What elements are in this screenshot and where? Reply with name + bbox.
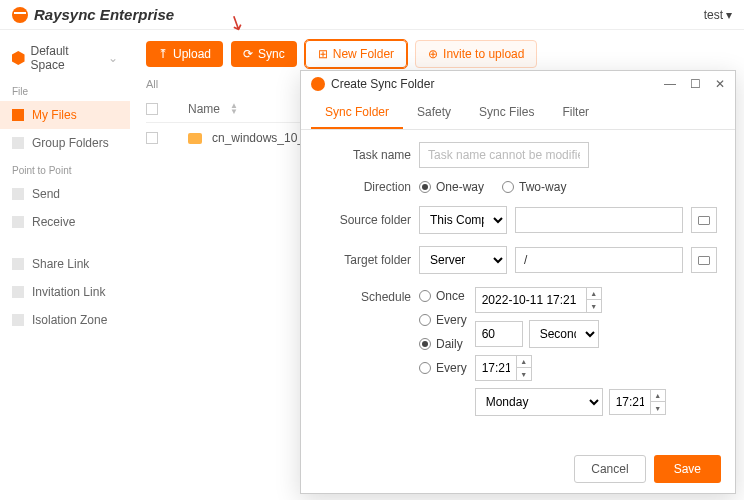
brand-text: Raysync Enterprise <box>34 6 174 23</box>
target-path-input[interactable] <box>515 247 683 273</box>
label-source-folder: Source folder <box>319 213 411 227</box>
spin-down-icon[interactable]: ▼ <box>587 300 601 312</box>
space-name: Default Space <box>31 44 98 72</box>
invite-icon <box>12 286 24 298</box>
target-location-select[interactable]: Server <box>419 246 507 274</box>
daily-time-input[interactable]: ▲▼ <box>475 355 532 381</box>
sidebar-item-label: Group Folders <box>32 136 109 150</box>
app-header: Raysync Enterprise test ▾ <box>0 0 744 30</box>
spin-down-icon[interactable]: ▼ <box>651 402 665 414</box>
spin-up-icon[interactable]: ▲ <box>587 288 601 300</box>
dialog-tabs: Sync Folder Safety Sync Files Filter <box>301 97 735 130</box>
radio-icon <box>419 338 431 350</box>
task-name-input[interactable] <box>419 142 589 168</box>
spin-down-icon[interactable]: ▼ <box>517 368 531 380</box>
brand-icon <box>12 7 28 23</box>
minimize-button[interactable]: — <box>664 77 676 91</box>
spin-up-icon[interactable]: ▲ <box>651 390 665 402</box>
radio-label: Daily <box>436 337 463 351</box>
upload-button[interactable]: ⤒ Upload <box>146 41 223 67</box>
send-icon <box>12 188 24 200</box>
sidebar-item-receive[interactable]: Receive <box>0 208 130 236</box>
cancel-button[interactable]: Cancel <box>574 455 645 483</box>
radio-schedule-every-interval[interactable]: Every <box>419 313 467 327</box>
sync-icon: ⟳ <box>243 47 253 61</box>
sidebar-item-group-folders[interactable]: Group Folders <box>0 129 130 157</box>
user-menu[interactable]: test ▾ <box>704 8 732 22</box>
radio-two-way[interactable]: Two-way <box>502 180 566 194</box>
save-button[interactable]: Save <box>654 455 721 483</box>
new-folder-button[interactable]: ⊞ New Folder <box>305 40 407 68</box>
browse-source-button[interactable] <box>691 207 717 233</box>
section-file-label: File <box>0 78 130 101</box>
radio-icon <box>502 181 514 193</box>
radio-icon <box>419 181 431 193</box>
label-direction: Direction <box>319 180 411 194</box>
section-p2p-label: Point to Point <box>0 157 130 180</box>
folder-icon <box>188 133 202 144</box>
close-button[interactable]: ✕ <box>715 77 725 91</box>
dialog-footer: Cancel Save <box>301 445 735 493</box>
sidebar-item-my-files[interactable]: My Files <box>0 101 130 129</box>
select-all-checkbox[interactable] <box>146 103 158 115</box>
chevron-down-icon: ⌄ <box>108 51 118 65</box>
sort-icon[interactable]: ▲▼ <box>230 103 238 115</box>
tab-safety[interactable]: Safety <box>403 97 465 129</box>
label-task-name: Task name <box>319 148 411 162</box>
folder-icon <box>698 216 710 225</box>
invite-icon: ⊕ <box>428 47 438 61</box>
cube-icon <box>12 51 25 65</box>
sidebar: Default Space ⌄ File My Files Group Fold… <box>0 30 130 500</box>
sidebar-item-share-link[interactable]: Share Link <box>0 250 130 278</box>
spin-up-icon[interactable]: ▲ <box>517 356 531 368</box>
space-selector[interactable]: Default Space ⌄ <box>0 38 130 78</box>
sidebar-item-invitation-link[interactable]: Invitation Link <box>0 278 130 306</box>
browse-target-button[interactable] <box>691 247 717 273</box>
invite-upload-button[interactable]: ⊕ Invite to upload <box>415 40 537 68</box>
dialog-titlebar: Create Sync Folder — ☐ ✕ <box>301 71 735 97</box>
sidebar-item-label: Receive <box>32 215 75 229</box>
once-datetime-input[interactable]: ▲▼ <box>475 287 602 313</box>
row-checkbox[interactable] <box>146 132 158 144</box>
tab-sync-files[interactable]: Sync Files <box>465 97 548 129</box>
sidebar-item-isolation-zone[interactable]: Isolation Zone <box>0 306 130 334</box>
tab-filter[interactable]: Filter <box>548 97 603 129</box>
label-target-folder: Target folder <box>319 253 411 267</box>
sidebar-item-send[interactable]: Send <box>0 180 130 208</box>
folder-plus-icon: ⊞ <box>318 47 328 61</box>
sidebar-item-label: Send <box>32 187 60 201</box>
radio-label: Every <box>436 313 467 327</box>
toolbar: ⤒ Upload ⟳ Sync ⊞ New Folder ⊕ Invite to… <box>146 40 728 68</box>
dialog-logo-icon <box>311 77 325 91</box>
source-path-input[interactable] <box>515 207 683 233</box>
radio-label: One-way <box>436 180 484 194</box>
create-sync-folder-dialog: Create Sync Folder — ☐ ✕ Sync Folder Saf… <box>300 70 736 494</box>
sidebar-item-label: Invitation Link <box>32 285 105 299</box>
every-interval-unit-select[interactable]: Seconds <box>529 320 599 348</box>
source-location-select[interactable]: This Computer <box>419 206 507 234</box>
every-day-select[interactable]: Monday <box>475 388 603 416</box>
sidebar-item-label: My Files <box>32 108 77 122</box>
link-icon <box>12 258 24 270</box>
radio-label: Every <box>436 361 467 375</box>
button-label: New Folder <box>333 47 394 61</box>
brand: Raysync Enterprise <box>12 6 174 23</box>
button-label: Sync <box>258 47 285 61</box>
radio-one-way[interactable]: One-way <box>419 180 484 194</box>
sync-button[interactable]: ⟳ Sync <box>231 41 297 67</box>
radio-icon <box>419 290 431 302</box>
dialog-title: Create Sync Folder <box>331 77 434 91</box>
sidebar-item-label: Isolation Zone <box>32 313 107 327</box>
radio-schedule-every-day[interactable]: Every <box>419 361 467 375</box>
every-day-time-input[interactable]: ▲▼ <box>609 389 666 415</box>
sidebar-item-label: Share Link <box>32 257 89 271</box>
every-interval-input[interactable] <box>475 321 523 347</box>
radio-schedule-once[interactable]: Once <box>419 289 467 303</box>
column-name[interactable]: Name <box>188 102 220 116</box>
radio-schedule-daily[interactable]: Daily <box>419 337 467 351</box>
tab-sync-folder[interactable]: Sync Folder <box>311 97 403 129</box>
user-name: test <box>704 8 723 22</box>
maximize-button[interactable]: ☐ <box>690 77 701 91</box>
radio-icon <box>419 362 431 374</box>
radio-icon <box>419 314 431 326</box>
